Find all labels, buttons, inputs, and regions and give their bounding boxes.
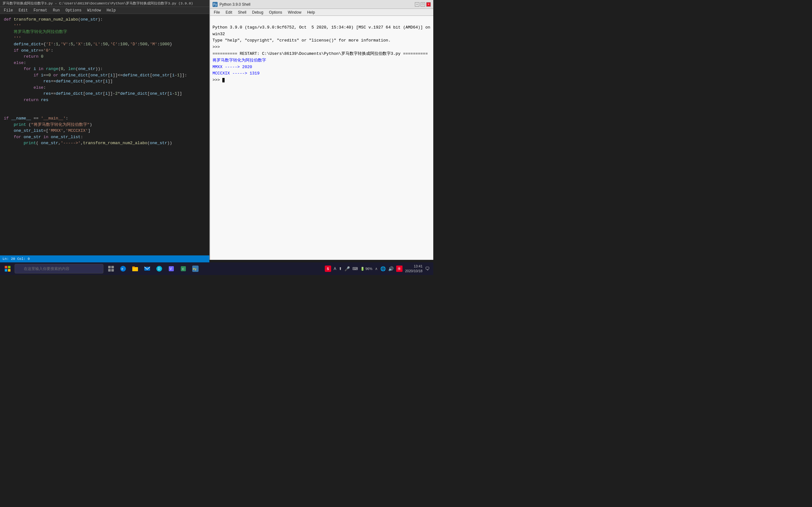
start-button[interactable]	[1, 262, 14, 275]
menu-run[interactable]: Run	[50, 8, 62, 13]
task-view-icon	[108, 266, 114, 272]
system-time: 13:41	[405, 264, 422, 269]
menu-help[interactable]: Help	[104, 8, 118, 13]
sogou-keyboard-icon[interactable]: 搜	[396, 266, 403, 272]
app3-icon: C	[180, 266, 187, 272]
svg-rect-2	[5, 266, 7, 268]
svg-text:e: e	[121, 267, 123, 271]
menu-edit[interactable]: Edit	[16, 8, 31, 13]
minimize-button[interactable]: ─	[415, 2, 419, 7]
close-button[interactable]: ✕	[426, 2, 431, 7]
sogou-icon[interactable]: S	[325, 266, 331, 272]
menu-file[interactable]: File	[1, 8, 15, 13]
shell-content-area[interactable]: Python 3.9.0 (tags/v3.9.0:9cf6752, Oct 5…	[210, 16, 433, 260]
app1-button[interactable]: D	[154, 263, 165, 274]
app1-icon: D	[156, 266, 162, 272]
tray-icon1[interactable]: ⬆	[339, 267, 342, 271]
file-explorer-icon	[132, 266, 138, 272]
svg-rect-13	[132, 267, 135, 268]
notification-button[interactable]: 🗨	[425, 266, 429, 271]
taskbar: 🔍 e	[0, 262, 433, 275]
shell-menubar[interactable]: File Edit Shell Debug Options Window Hel…	[210, 9, 433, 16]
editor-code-area[interactable]: def transform_roman_num2_alabo(one_str):…	[0, 14, 209, 262]
svg-rect-5	[8, 269, 10, 272]
svg-rect-7	[111, 266, 114, 268]
battery-indicator[interactable]: 🔋 96%	[360, 267, 372, 271]
editor-statusbar: Ln: 20 Col: 0	[0, 256, 209, 262]
svg-text:D: D	[158, 267, 160, 271]
shell-menu-help[interactable]: Help	[305, 9, 317, 15]
search-box-container: 🔍	[14, 264, 103, 274]
editor-menubar[interactable]: File Edit Format Run Options Window Help	[0, 7, 209, 14]
shell-menu-shell[interactable]: Shell	[235, 9, 249, 15]
battery-level: 96%	[365, 267, 372, 271]
shell-restart-line: ========== RESTART: C:\Users\86139\Docum…	[212, 51, 428, 56]
shell-menu-debug[interactable]: Debug	[250, 9, 266, 15]
taskbar-apps: e D V	[105, 263, 201, 274]
svg-rect-3	[8, 266, 10, 268]
task-view-button[interactable]	[105, 263, 117, 274]
statusbar-info: Ln: 20 Col: 0	[3, 257, 30, 261]
edge-icon: e	[120, 266, 126, 272]
svg-rect-8	[108, 269, 111, 272]
app2-icon: V	[168, 266, 174, 272]
edge-browser-button[interactable]: e	[117, 263, 129, 274]
svg-text:C: C	[182, 268, 184, 271]
shell-output-label: 将罗马数字转化为阿拉伯数字	[212, 58, 266, 63]
shell-menu-edit[interactable]: Edit	[223, 9, 235, 15]
network-icon[interactable]: 🌐	[380, 266, 386, 271]
svg-text:V: V	[170, 267, 172, 271]
input-method-icon[interactable]: A	[334, 267, 336, 271]
maximize-button[interactable]: □	[420, 2, 425, 7]
mail-icon	[144, 266, 150, 272]
taskbar-systray-area: S A ⬆ 🎤 ⌨ 🔋 96% ∧ 🌐 🔊 搜 13:41 2020/10/18…	[325, 264, 432, 274]
menu-options[interactable]: Options	[63, 8, 84, 13]
svg-text:Py: Py	[193, 268, 196, 271]
python-shell-icon: Py	[212, 2, 217, 7]
shell-titlebar-left: Py Python 3.9.0 Shell	[212, 2, 250, 7]
editor-titlebar: 罗马数字转换成阿拉伯数字3.py - C:\Users\86139\Docume…	[0, 0, 209, 7]
svg-text:Py: Py	[213, 3, 217, 6]
show-hidden-icons-button[interactable]: ∧	[375, 267, 378, 271]
volume-icon[interactable]: 🔊	[388, 266, 394, 271]
tray-icon3[interactable]: ⌨	[352, 267, 358, 271]
python-idle-taskbar-button[interactable]: Py	[190, 263, 201, 274]
search-input[interactable]	[14, 264, 103, 274]
shell-menu-options[interactable]: Options	[266, 9, 285, 15]
app2-button[interactable]: V	[165, 263, 177, 274]
shell-window: Py Python 3.9.0 Shell ─ □ ✕ File Edit Sh…	[209, 0, 433, 260]
editor-title-text: 罗马数字转换成阿拉伯数字3.py - C:\Users\86139\Docume…	[3, 1, 193, 6]
shell-title-text: Python 3.9.0 Shell	[219, 2, 250, 7]
file-explorer-button[interactable]	[130, 263, 141, 274]
shell-menu-file[interactable]: File	[211, 9, 222, 15]
shell-titlebar: Py Python 3.9.0 Shell ─ □ ✕	[210, 0, 433, 9]
shell-startup-line2: Type "help", "copyright", "credits" or "…	[212, 38, 391, 43]
svg-rect-4	[5, 269, 7, 272]
shell-final-prompt[interactable]: >>>	[212, 78, 224, 82]
svg-rect-9	[111, 269, 114, 272]
menu-format[interactable]: Format	[31, 8, 50, 13]
mail-button[interactable]	[142, 263, 153, 274]
tray-icon2[interactable]: 🎤	[345, 266, 350, 271]
app3-button[interactable]: C	[177, 263, 189, 274]
shell-startup-line1: Python 3.9.0 (tags/v3.9.0:9cf6752, Oct 5…	[212, 25, 433, 37]
system-date: 2020/10/18	[405, 269, 422, 274]
shell-first-prompt: >>>	[212, 45, 222, 49]
svg-rect-6	[108, 266, 111, 268]
shell-result2: MCCCXIX -----> 1319	[212, 71, 259, 76]
shell-menu-window[interactable]: Window	[285, 9, 304, 15]
system-clock[interactable]: 13:41 2020/10/18	[405, 264, 422, 274]
shell-titlebar-controls[interactable]: ─ □ ✕	[415, 2, 431, 7]
battery-icon: 🔋	[360, 267, 365, 271]
shell-result1: MMXX -----> 2020	[212, 65, 252, 69]
menu-window[interactable]: Window	[85, 8, 103, 13]
python-idle-taskbar-icon: Py	[192, 266, 199, 272]
windows-logo-icon	[5, 266, 10, 272]
